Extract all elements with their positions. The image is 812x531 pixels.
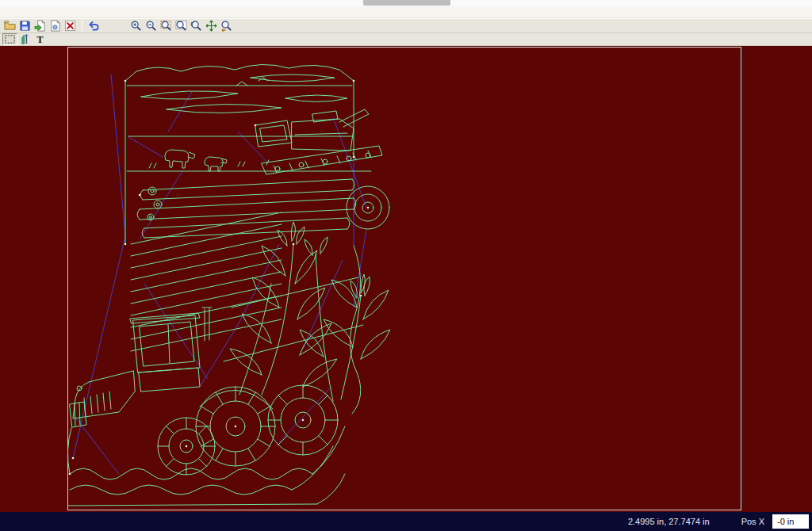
drawing-canvas[interactable] <box>0 46 812 512</box>
wheel-treads <box>158 385 338 475</box>
zoom-extents-icon[interactable] <box>174 19 189 32</box>
undo-icon[interactable] <box>86 19 102 32</box>
status-bar: 2.4995 in, 27.7474 in Pos X -0 in <box>0 512 812 531</box>
cursor-coordinates: 2.4995 in, 27.7474 in <box>628 517 710 526</box>
close-icon[interactable] <box>63 19 78 32</box>
toolbar-separator <box>82 21 82 31</box>
open-job-icon[interactable] <box>2 19 17 32</box>
path-nodes <box>69 80 370 476</box>
edit-toolbar-group <box>86 19 102 32</box>
zoom-out-icon[interactable] <box>144 19 159 32</box>
combine-harvester <box>255 109 382 174</box>
wheat-leaves <box>230 246 390 387</box>
zoom-previous-icon[interactable] <box>219 19 234 32</box>
save-job-icon[interactable] <box>17 19 33 32</box>
wheat-heads <box>278 222 370 298</box>
tractor-body <box>70 308 273 427</box>
pos-x-value: -0 in <box>772 514 809 529</box>
menu-bar <box>0 6 812 18</box>
text-tool-icon-glyph: T <box>36 35 43 44</box>
log-pile <box>137 179 356 238</box>
work-area[interactable] <box>0 46 812 512</box>
zoom-selected-icon[interactable] <box>189 19 204 32</box>
rapid-move-lines <box>73 74 366 474</box>
pasture-cows <box>127 136 371 171</box>
zoom-toolbar-group <box>128 19 234 32</box>
sky-banners <box>141 74 347 113</box>
select-mode-icon[interactable] <box>2 33 17 45</box>
pos-x-label: Pos X <box>741 517 764 526</box>
mode-toolbar: T <box>0 33 812 46</box>
pan-icon[interactable] <box>204 19 219 32</box>
main-toolbar <box>0 18 812 33</box>
sheet-outline <box>68 48 741 510</box>
zoom-in-icon[interactable] <box>128 19 144 32</box>
frame-contour <box>125 64 361 414</box>
simulate-icon[interactable] <box>17 33 33 45</box>
app-window: T <box>0 0 812 531</box>
window-title-tab[interactable] <box>363 0 450 6</box>
file-toolbar-group <box>2 19 78 32</box>
post-process-icon[interactable] <box>48 19 63 32</box>
zoom-window-icon[interactable] <box>159 19 174 32</box>
mode-toolbar-group: T <box>2 33 48 45</box>
import-drawing-icon[interactable] <box>33 19 48 32</box>
text-tool-icon[interactable]: T <box>33 33 48 45</box>
top-strip <box>0 0 812 6</box>
